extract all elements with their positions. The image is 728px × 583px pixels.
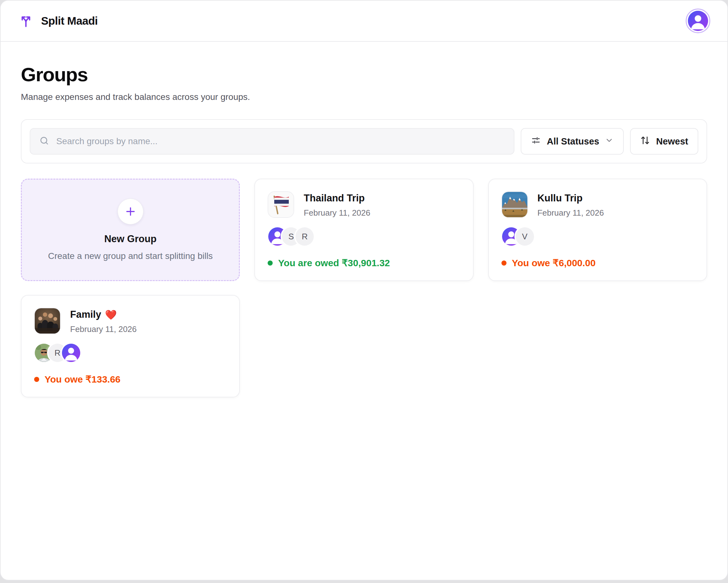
balance-status-dot [34, 377, 39, 382]
balance-status-dot [268, 260, 273, 265]
new-group-card[interactable]: New Group Create a new group and start s… [21, 179, 240, 281]
page-subtitle: Manage expenses and track balances acros… [21, 92, 707, 102]
balance-status-dot [501, 260, 506, 265]
search-box [30, 128, 514, 155]
status-filter-button[interactable]: All Statuses [521, 128, 624, 155]
arrow-up-down-icon [640, 135, 650, 148]
group-members: R [34, 344, 227, 362]
app-title: Split Maadi [41, 15, 98, 27]
group-date: February 11, 2026 [304, 208, 370, 218]
group-balance: You are owed ₹30,901.32 [268, 257, 460, 269]
group-name: Kullu Trip [538, 193, 604, 204]
groups-grid: New Group Create a new group and start s… [21, 179, 707, 398]
chevron-down-icon [605, 136, 614, 147]
group-name: Family❤️ [70, 309, 137, 320]
group-balance: You owe ₹6,000.00 [501, 257, 694, 269]
new-group-description: Create a new group and start splitting b… [48, 251, 213, 261]
balance-text: You are owed ₹30,901.32 [278, 257, 390, 269]
group-members: V [501, 227, 694, 246]
user-avatar-icon [688, 11, 708, 31]
brand: Split Maadi [18, 13, 98, 28]
balance-text: You owe ₹6,000.00 [512, 257, 596, 269]
thailand-flag-icon [268, 191, 294, 218]
group-members: SR [268, 227, 460, 246]
mountain-photo-icon [501, 191, 528, 218]
new-group-title: New Group [104, 233, 156, 245]
app-header: Split Maadi [1, 1, 727, 42]
balance-text: You owe ₹133.66 [45, 374, 121, 385]
sliders-filter-icon [531, 135, 541, 148]
group-date: February 11, 2026 [538, 208, 604, 218]
group-card[interactable]: Kullu Trip February 11, 2026 V You owe ₹… [488, 179, 707, 281]
split-logo-icon [18, 13, 33, 28]
group-card[interactable]: Family❤️ February 11, 2026 R You owe ₹13… [21, 295, 240, 398]
profile-avatar-button[interactable] [686, 8, 710, 33]
search-input[interactable] [56, 136, 505, 147]
member-avatar-you [62, 344, 80, 362]
heart-emoji: ❤️ [105, 309, 116, 320]
status-filter-label: All Statuses [547, 136, 599, 147]
main-content: Groups Manage expenses and track balance… [1, 42, 727, 580]
member-avatar-initial: V [516, 227, 534, 246]
member-avatar-initial: R [295, 227, 314, 246]
group-name: Thailand Trip [304, 193, 370, 204]
filter-toolbar: All Statuses Newest [21, 119, 707, 163]
app-window: Split Maadi Groups Manage expenses and t… [0, 0, 728, 581]
sort-label: Newest [656, 136, 688, 147]
group-card[interactable]: Thailand Trip February 11, 2026 SR You a… [254, 179, 473, 281]
family-photo-icon [34, 308, 61, 334]
plus-icon [118, 199, 144, 225]
sort-button[interactable]: Newest [630, 128, 698, 155]
group-date: February 11, 2026 [70, 324, 137, 334]
group-balance: You owe ₹133.66 [34, 374, 227, 385]
page-title: Groups [21, 63, 707, 86]
search-icon [39, 136, 49, 147]
